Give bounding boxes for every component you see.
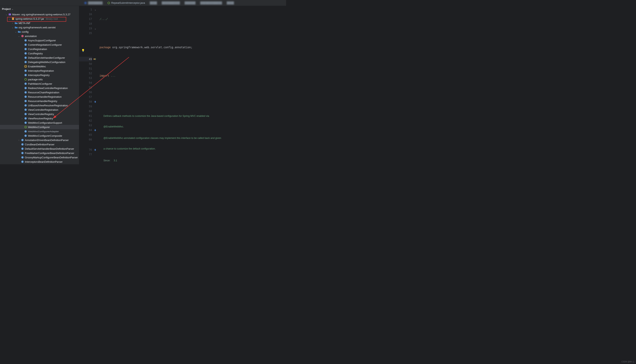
tree-item[interactable]: CViewControllerRegistration: [0, 108, 79, 112]
implementers-gutter-icon[interactable]: [93, 57, 96, 62]
expand-arrow-icon[interactable]: ›: [12, 22, 14, 24]
editor-tab-blurred[interactable]: ████: [148, 0, 160, 6]
tree-item[interactable]: CCorsBeanDefinitionParser: [0, 142, 79, 146]
tree-item[interactable]: CViewControllerRegistry: [0, 112, 79, 116]
editor-tab-blurred[interactable]: ████████████: [198, 0, 224, 6]
svg-point-68: [94, 58, 95, 60]
java-icon: [24, 78, 27, 81]
tree-item[interactable]: package-info: [0, 77, 79, 82]
tree-item[interactable]: CPathMatchConfigurer: [0, 82, 79, 86]
tree-item[interactable]: CContentNegotiationConfigurer: [0, 42, 79, 47]
svg-text:C: C: [25, 135, 26, 137]
tree-item[interactable]: IWebMvcConfigurer: [0, 125, 79, 129]
editor-tab-active[interactable]: RepeatSubmitInterceptor.java: [105, 0, 148, 6]
folder-icon: [18, 30, 21, 33]
svg-text:C: C: [25, 83, 26, 85]
override-gutter-icon[interactable]: [94, 128, 96, 133]
expand-arrow-icon[interactable]: ›: [18, 139, 20, 141]
class-icon: C: [24, 60, 27, 64]
tree-item[interactable]: CMvcNamespaceHandler: [0, 164, 79, 164]
expand-arrow-icon[interactable]: ⌄: [12, 26, 14, 28]
tree-item[interactable]: CDelegatingWebMvcConfiguration: [0, 60, 79, 64]
expand-arrow-icon[interactable]: ⌄: [18, 35, 20, 37]
main-split: Project ⌄ ⌄Maven: org.springframework:sp…: [0, 6, 286, 164]
svg-text:C: C: [25, 70, 26, 72]
editor-tab-blurred[interactable]: ████████: [82, 0, 105, 6]
svg-text:@: @: [25, 66, 26, 67]
tree-item[interactable]: CCorsRegistration: [0, 47, 79, 51]
tree-item[interactable]: @EnableWebMvc: [0, 64, 79, 68]
tree-item[interactable]: ›CAnnotationDrivenBeanDefinitionParser: [0, 138, 79, 142]
tree-item[interactable]: CInterceptorsBeanDefinitionParser: [0, 160, 79, 164]
tree-item[interactable]: CUrlBasedViewResolverRegistration: [0, 103, 79, 108]
project-tree[interactable]: ⌄Maven: org.springframework:spring-webmv…: [0, 12, 79, 164]
override-gutter-icon[interactable]: [94, 100, 96, 104]
tree-item[interactable]: CInterceptorRegistration: [0, 68, 79, 73]
tree-item-label: spring-webmvc-5.3.27.jar: [15, 17, 44, 20]
tree-item[interactable]: CCorsRegistry: [0, 51, 79, 56]
tree-item[interactable]: ⌄config: [0, 30, 79, 34]
svg-text:C: C: [25, 113, 26, 115]
svg-text:C: C: [25, 96, 26, 98]
editor-tab-blurred[interactable]: ████: [224, 0, 236, 6]
fold-icon[interactable]: >: [95, 27, 96, 32]
code-editor[interactable]: 1> 16 17 18 19> 35 49 50 51 52 53 54 55 …: [79, 6, 286, 164]
tree-item-label: UrlBasedViewResolverRegistration: [28, 104, 68, 107]
tree-item[interactable]: ›CViewResolverRegistry: [0, 116, 79, 120]
tree-item[interactable]: ⌄annotation: [0, 34, 79, 38]
tree-item[interactable]: ⌄Maven: org.springframework:spring-webmv…: [0, 12, 79, 16]
svg-rect-4: [12, 18, 14, 20]
code-area[interactable]: /.../ package org.springframework.web.se…: [98, 6, 286, 164]
tree-item[interactable]: CGroovyMarkupConfigurerBeanDefinitionPar…: [0, 155, 79, 160]
app-root: ████████ RepeatSubmitInterceptor.java ██…: [0, 0, 286, 164]
project-title: Project: [2, 8, 11, 10]
tree-item[interactable]: CWebMvcConfigurationSupport: [0, 120, 79, 125]
tree-item[interactable]: CFreeMarkerConfigurerBeanDefinitionParse…: [0, 151, 79, 155]
expand-arrow-icon[interactable]: ⌄: [14, 31, 17, 33]
svg-text:C: C: [25, 92, 26, 93]
editor-tab-blurred[interactable]: ██████████: [160, 0, 182, 6]
tree-item-label: FreeMarkerConfigurerBeanDefinitionParser: [25, 152, 74, 154]
tree-item-label: PathMatchConfigurer: [28, 82, 52, 85]
tree-item-label: ResourceHandlerRegistry: [28, 100, 57, 102]
tree-item-label: ResourceHandlerRegistration: [28, 95, 62, 98]
tree-item[interactable]: ⌄org.springframework.web.servlet: [0, 25, 79, 30]
expand-arrow-icon[interactable]: ⌄: [5, 14, 8, 16]
project-tool-header[interactable]: Project ⌄: [0, 6, 79, 12]
java-file-icon: [84, 2, 87, 4]
tree-item[interactable]: CDefaultServletHandlerBeanDefinitionPars…: [0, 146, 79, 151]
tree-item[interactable]: CResourceChainRegistration: [0, 90, 79, 94]
tree-item[interactable]: ›META-INF: [0, 21, 79, 25]
class-icon: C: [24, 130, 27, 133]
tree-item-label: EnableWebMvc: [28, 65, 46, 68]
tree-item-label: Maven: org.springframework:spring-webmvc…: [12, 13, 70, 16]
tree-item[interactable]: ⌄spring-webmvc-5.3.27.jarlibrary root: [0, 16, 79, 21]
tree-item[interactable]: CWebMvcConfigurerAdapter: [0, 129, 79, 134]
svg-text:C: C: [22, 139, 23, 141]
pkg-icon: [21, 34, 24, 38]
tree-item[interactable]: CRedirectViewControllerRegistration: [0, 86, 79, 90]
class-icon: C: [24, 104, 27, 107]
expand-arrow-icon[interactable]: ⌄: [8, 18, 11, 20]
tree-item-label: InterceptorsBeanDefinitionParser: [25, 160, 63, 163]
class-icon: C: [24, 91, 27, 94]
svg-point-25: [25, 78, 26, 80]
tree-item[interactable]: CResourceHandlerRegistration: [0, 94, 79, 99]
override-gutter-icon[interactable]: [94, 148, 96, 153]
tree-item-label: ContentNegotiationConfigurer: [28, 43, 62, 46]
tree-item-label: org.springframework.web.servlet: [18, 26, 56, 29]
tree-item[interactable]: CDefaultServletHandlerConfigurer: [0, 56, 79, 60]
editor-tabs-bar: ████████ RepeatSubmitInterceptor.java ██…: [0, 0, 286, 6]
intention-bulb-icon[interactable]: 💡: [81, 49, 85, 52]
tree-item[interactable]: CResourceHandlerRegistry: [0, 99, 79, 103]
tree-item[interactable]: CInterceptorRegistry: [0, 73, 79, 77]
editor-tab-blurred[interactable]: ██████: [182, 0, 198, 6]
tree-item-label: config: [22, 30, 28, 33]
tree-item[interactable]: CAsyncSupportConfigurer: [0, 38, 79, 42]
class-icon: C: [24, 69, 27, 72]
svg-text:C: C: [25, 130, 26, 132]
svg-text:C: C: [22, 148, 23, 150]
fold-icon[interactable]: >: [95, 8, 96, 12]
expand-arrow-icon[interactable]: ›: [21, 118, 23, 120]
tree-item[interactable]: CWebMvcConfigurerComposite: [0, 134, 79, 138]
